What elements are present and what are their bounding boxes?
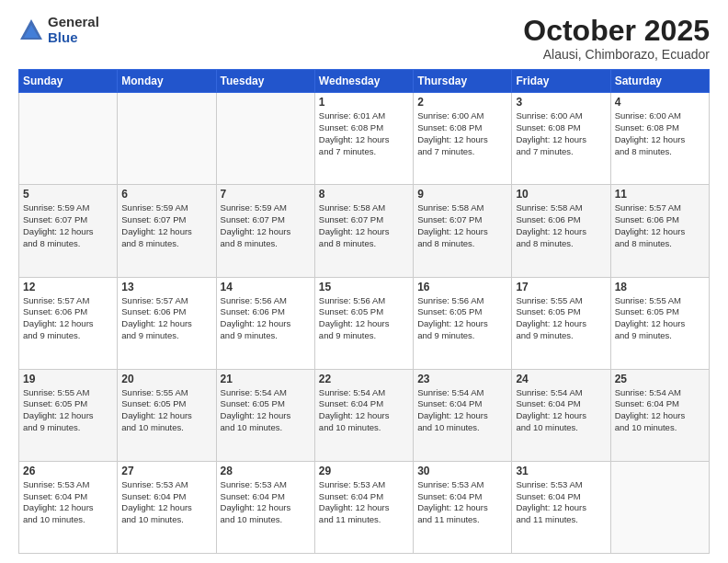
- day-number: 28: [221, 465, 311, 477]
- header-row: Sunday Monday Tuesday Wednesday Thursday…: [19, 70, 710, 93]
- day-info: Sunrise: 5:55 AM Sunset: 6:05 PM Dayligh…: [516, 295, 606, 342]
- day-number: 18: [615, 281, 705, 293]
- table-row: 16Sunrise: 5:56 AM Sunset: 6:05 PM Dayli…: [414, 277, 512, 369]
- day-info: Sunrise: 5:56 AM Sunset: 6:05 PM Dayligh…: [417, 295, 507, 342]
- day-info: Sunrise: 5:57 AM Sunset: 6:06 PM Dayligh…: [615, 202, 705, 249]
- day-info: Sunrise: 5:59 AM Sunset: 6:07 PM Dayligh…: [121, 202, 211, 249]
- day-info: Sunrise: 5:58 AM Sunset: 6:06 PM Dayligh…: [516, 202, 606, 249]
- day-number: 9: [417, 188, 507, 201]
- week-row: 5Sunrise: 5:59 AM Sunset: 6:07 PM Daylig…: [19, 185, 710, 277]
- table-row: 28Sunrise: 5:53 AM Sunset: 6:04 PM Dayli…: [216, 461, 314, 553]
- day-info: Sunrise: 5:54 AM Sunset: 6:04 PM Dayligh…: [516, 387, 606, 434]
- calendar-subtitle: Alausi, Chimborazo, Ecuador: [523, 47, 710, 62]
- day-info: Sunrise: 5:56 AM Sunset: 6:05 PM Dayligh…: [319, 295, 409, 342]
- col-sunday: Sunday: [19, 70, 118, 93]
- week-row: 19Sunrise: 5:55 AM Sunset: 6:05 PM Dayli…: [19, 369, 710, 461]
- day-info: Sunrise: 5:57 AM Sunset: 6:06 PM Dayligh…: [23, 295, 113, 342]
- table-row: 7Sunrise: 5:59 AM Sunset: 6:07 PM Daylig…: [216, 185, 314, 277]
- day-info: Sunrise: 5:58 AM Sunset: 6:07 PM Dayligh…: [417, 202, 507, 249]
- day-number: 20: [121, 373, 211, 385]
- day-info: Sunrise: 5:59 AM Sunset: 6:07 PM Dayligh…: [23, 202, 113, 249]
- day-number: 23: [417, 373, 507, 385]
- day-info: Sunrise: 5:59 AM Sunset: 6:07 PM Dayligh…: [221, 202, 311, 249]
- day-number: 26: [23, 465, 113, 477]
- day-number: 29: [319, 465, 409, 477]
- table-row: 27Sunrise: 5:53 AM Sunset: 6:04 PM Dayli…: [118, 461, 216, 553]
- table-row: 15Sunrise: 5:56 AM Sunset: 6:05 PM Dayli…: [314, 277, 413, 369]
- day-number: 15: [319, 281, 409, 293]
- table-row: 29Sunrise: 5:53 AM Sunset: 6:04 PM Dayli…: [314, 461, 413, 553]
- day-number: 2: [417, 96, 507, 109]
- day-number: 13: [121, 281, 211, 293]
- day-number: 8: [319, 188, 409, 201]
- week-row: 12Sunrise: 5:57 AM Sunset: 6:06 PM Dayli…: [19, 277, 710, 369]
- table-row: 9Sunrise: 5:58 AM Sunset: 6:07 PM Daylig…: [414, 185, 512, 277]
- table-row: 18Sunrise: 5:55 AM Sunset: 6:05 PM Dayli…: [610, 277, 709, 369]
- day-number: 6: [121, 188, 211, 201]
- table-row: 23Sunrise: 5:54 AM Sunset: 6:04 PM Dayli…: [414, 369, 512, 461]
- logo-blue: Blue: [48, 30, 99, 46]
- table-row: 6Sunrise: 5:59 AM Sunset: 6:07 PM Daylig…: [118, 185, 216, 277]
- col-tuesday: Tuesday: [216, 70, 314, 93]
- day-number: 14: [221, 281, 311, 293]
- day-info: Sunrise: 6:00 AM Sunset: 6:08 PM Dayligh…: [417, 110, 507, 157]
- day-info: Sunrise: 6:01 AM Sunset: 6:08 PM Dayligh…: [319, 110, 409, 157]
- day-number: 12: [23, 281, 113, 293]
- page: General Blue October 2025 Alausi, Chimbo…: [0, 0, 728, 563]
- day-number: 4: [615, 96, 705, 109]
- day-info: Sunrise: 5:53 AM Sunset: 6:04 PM Dayligh…: [221, 479, 311, 526]
- day-info: Sunrise: 5:53 AM Sunset: 6:04 PM Dayligh…: [23, 479, 113, 526]
- table-row: 10Sunrise: 5:58 AM Sunset: 6:06 PM Dayli…: [512, 185, 610, 277]
- table-row: [610, 461, 709, 553]
- day-info: Sunrise: 5:56 AM Sunset: 6:06 PM Dayligh…: [221, 295, 311, 342]
- day-info: Sunrise: 5:58 AM Sunset: 6:07 PM Dayligh…: [319, 202, 409, 249]
- table-row: 1Sunrise: 6:01 AM Sunset: 6:08 PM Daylig…: [314, 93, 413, 185]
- day-number: 3: [516, 96, 606, 109]
- col-friday: Friday: [512, 70, 610, 93]
- header: General Blue October 2025 Alausi, Chimbo…: [18, 15, 710, 62]
- day-info: Sunrise: 5:54 AM Sunset: 6:04 PM Dayligh…: [615, 387, 705, 434]
- day-number: 5: [23, 188, 113, 201]
- day-number: 30: [417, 465, 507, 477]
- day-number: 16: [417, 281, 507, 293]
- table-row: 21Sunrise: 5:54 AM Sunset: 6:05 PM Dayli…: [216, 369, 314, 461]
- day-number: 1: [319, 96, 409, 109]
- day-number: 22: [319, 373, 409, 385]
- table-row: 8Sunrise: 5:58 AM Sunset: 6:07 PM Daylig…: [314, 185, 413, 277]
- title-block: October 2025 Alausi, Chimborazo, Ecuador: [523, 15, 710, 62]
- calendar-title: October 2025: [523, 15, 710, 47]
- table-row: 14Sunrise: 5:56 AM Sunset: 6:06 PM Dayli…: [216, 277, 314, 369]
- week-row: 1Sunrise: 6:01 AM Sunset: 6:08 PM Daylig…: [19, 93, 710, 185]
- logo-text: General Blue: [48, 15, 99, 45]
- day-info: Sunrise: 6:00 AM Sunset: 6:08 PM Dayligh…: [615, 110, 705, 157]
- calendar-body: 1Sunrise: 6:01 AM Sunset: 6:08 PM Daylig…: [19, 93, 710, 554]
- day-number: 31: [516, 465, 606, 477]
- day-info: Sunrise: 5:55 AM Sunset: 6:05 PM Dayligh…: [615, 295, 705, 342]
- table-row: 12Sunrise: 5:57 AM Sunset: 6:06 PM Dayli…: [19, 277, 118, 369]
- day-number: 17: [516, 281, 606, 293]
- table-row: [19, 93, 118, 185]
- day-info: Sunrise: 5:53 AM Sunset: 6:04 PM Dayligh…: [417, 479, 507, 526]
- table-row: 25Sunrise: 5:54 AM Sunset: 6:04 PM Dayli…: [610, 369, 709, 461]
- table-row: 30Sunrise: 5:53 AM Sunset: 6:04 PM Dayli…: [414, 461, 512, 553]
- calendar-header: Sunday Monday Tuesday Wednesday Thursday…: [19, 70, 710, 93]
- table-row: 17Sunrise: 5:55 AM Sunset: 6:05 PM Dayli…: [512, 277, 610, 369]
- table-row: [216, 93, 314, 185]
- table-row: 3Sunrise: 6:00 AM Sunset: 6:08 PM Daylig…: [512, 93, 610, 185]
- table-row: 5Sunrise: 5:59 AM Sunset: 6:07 PM Daylig…: [19, 185, 118, 277]
- day-number: 10: [516, 188, 606, 201]
- day-number: 24: [516, 373, 606, 385]
- logo: General Blue: [18, 15, 99, 45]
- table-row: 2Sunrise: 6:00 AM Sunset: 6:08 PM Daylig…: [414, 93, 512, 185]
- day-info: Sunrise: 5:53 AM Sunset: 6:04 PM Dayligh…: [516, 479, 606, 526]
- day-info: Sunrise: 5:57 AM Sunset: 6:06 PM Dayligh…: [121, 295, 211, 342]
- day-info: Sunrise: 5:55 AM Sunset: 6:05 PM Dayligh…: [23, 387, 113, 434]
- calendar-table: Sunday Monday Tuesday Wednesday Thursday…: [18, 69, 710, 554]
- day-number: 27: [121, 465, 211, 477]
- table-row: 31Sunrise: 5:53 AM Sunset: 6:04 PM Dayli…: [512, 461, 610, 553]
- day-number: 21: [221, 373, 311, 385]
- day-info: Sunrise: 5:54 AM Sunset: 6:05 PM Dayligh…: [221, 387, 311, 434]
- day-info: Sunrise: 5:53 AM Sunset: 6:04 PM Dayligh…: [121, 479, 211, 526]
- table-row: 19Sunrise: 5:55 AM Sunset: 6:05 PM Dayli…: [19, 369, 118, 461]
- table-row: 20Sunrise: 5:55 AM Sunset: 6:05 PM Dayli…: [118, 369, 216, 461]
